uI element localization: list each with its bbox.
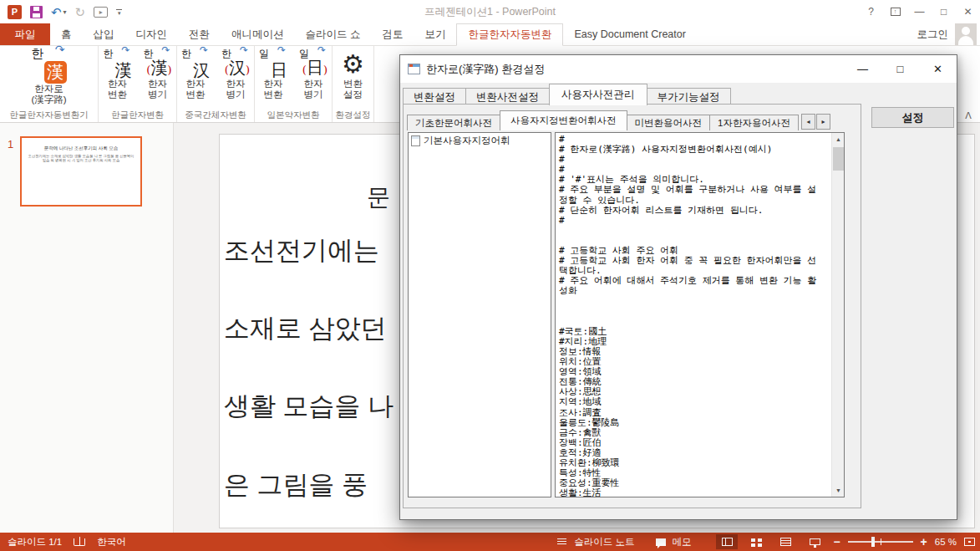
slide-thumbnail[interactable]: 문학에 나타난 조선후기의 사회 모습 조선전기에는 소재로 삼았던 생활 모습… — [20, 136, 142, 207]
language-indicator[interactable]: 한국어 — [97, 536, 126, 548]
japanese-parallel-icon: 일 ↷ 日 — [298, 50, 328, 79]
dictionary-editor[interactable]: # # 한자로(漢字路) 사용자지정변환어휘사전(예시) # # # '#'표시… — [555, 132, 845, 497]
dictionary-editor-text[interactable]: # # 한자로(漢字路) 사용자지정변환어휘사전(예시) # # # '#'표시… — [559, 135, 825, 497]
undo-icon[interactable]: ↶ — [51, 6, 62, 18]
slide-counter[interactable]: 슬라이드 1/1 — [8, 536, 62, 548]
tab-additional-features[interactable]: 부가기능설정 — [647, 88, 731, 105]
dialog-tab-strip: 변환설정 변환사전설정 사용자사전관리 부가기능설정 — [400, 83, 957, 105]
tab-user-dictionary-management[interactable]: 사용자사전관리 — [549, 84, 647, 105]
hanjaro-icon: 한 ↷ 漢 — [30, 50, 69, 84]
maximize-icon[interactable]: □ — [932, 0, 956, 23]
tab-single-char-hanja-dictionary[interactable]: 1자한자용어사전 — [709, 115, 799, 130]
collapse-ribbon-icon[interactable]: ᐱ — [961, 110, 976, 121]
save-icon[interactable] — [30, 6, 43, 18]
account-zone: 로그인 — [917, 23, 980, 45]
tab-design[interactable]: 디자인 — [125, 23, 179, 45]
ribbon-display-options-icon[interactable]: ↑ — [883, 0, 907, 23]
slideshow-icon — [810, 538, 820, 545]
slide-thumbnail-panel: 1 문학에 나타난 조선후기의 사회 모습 조선전기에는 소재로 삼았던 생활 … — [0, 123, 174, 533]
dialog-close-icon[interactable]: ✕ — [919, 55, 957, 83]
tab-review[interactable]: 검토 — [371, 23, 414, 45]
tab-hanja-auto-convert[interactable]: 한글한자자동변환 — [456, 23, 563, 46]
group-label: 한글한자변환 — [99, 110, 176, 121]
slide-number: 1 — [8, 138, 13, 151]
help-icon[interactable]: ? — [859, 0, 883, 23]
thumbnail-body: 조선전기에는 소재로 삼았던 생활 모습을 나 은 그림을 풍 신윤복이 있습 … — [28, 154, 135, 162]
customize-qat-icon[interactable]: ▾ — [116, 9, 122, 15]
dialog-title: 한자로(漢字路) 환경설정 — [426, 62, 545, 77]
comments-button[interactable]: 메모 — [672, 536, 691, 548]
notes-button[interactable]: 슬라이드 노트 — [574, 536, 634, 548]
dictionary-list[interactable]: 기본사용자지정어휘 — [408, 132, 551, 497]
settings-button[interactable]: 설정 — [871, 107, 954, 128]
title-bar: P ↶ ▾ ↻ ▸ ▾ 프레젠테이션1 - PowerPoint ? ↑ — □… — [0, 0, 980, 23]
scroll-down-icon[interactable]: ▼ — [832, 484, 845, 497]
comments-icon[interactable] — [656, 538, 666, 546]
tab-basic-hanmun-dictionary[interactable]: 기초한문어휘사전 — [407, 115, 500, 130]
tab-transitions[interactable]: 전환 — [178, 23, 221, 45]
slide-sorter-view-button[interactable] — [745, 534, 767, 549]
zoom-slider-thumb[interactable] — [871, 537, 875, 547]
group-label: 중국간체자변환 — [177, 110, 254, 121]
tab-conversion-settings[interactable]: 변환설정 — [403, 88, 466, 105]
reading-view-button[interactable] — [774, 534, 796, 549]
tab-animations[interactable]: 애니메이션 — [221, 23, 295, 45]
japanese-convert-icon: 일 ↷ 日 — [258, 50, 288, 79]
dialog-tab-page: 기초한문어휘사전 사용자지정변환어휘사전 미변환용어사전 1자한자용어사전 ◂ … — [403, 104, 861, 508]
editor-scrollbar[interactable]: ▲ ▼ — [831, 133, 844, 497]
reading-view-icon — [780, 538, 791, 546]
login-button[interactable]: 로그인 — [917, 28, 949, 42]
tab-scroll-left-icon[interactable]: ◂ — [801, 114, 815, 130]
dialog-app-icon — [408, 64, 420, 74]
start-slideshow-icon[interactable]: ▸ — [94, 7, 108, 18]
convert-arrow-icon: ↷ — [277, 45, 286, 56]
tab-view[interactable]: 보기 — [414, 23, 456, 45]
notes-icon[interactable] — [557, 538, 566, 545]
minimize-icon[interactable]: — — [907, 0, 932, 23]
ribbon-tab-row: 파일 홈 삽입 디자인 전환 애니메이션 슬라이드 쇼 검토 보기 한글한자자동… — [0, 23, 980, 46]
tab-conversion-dictionary-settings[interactable]: 변환사전설정 — [465, 88, 550, 105]
zoom-out-button[interactable]: − — [833, 536, 840, 548]
close-icon[interactable]: ✕ — [956, 0, 980, 23]
scrollbar-thumb[interactable] — [833, 147, 844, 171]
chinese-parallel-icon: 한 ↷ 汉 — [221, 50, 251, 79]
ribbon-group-auto-converter: 한 ↷ 漢 한자로 (漢字路) 한글한자자동변환기 — [0, 46, 99, 122]
redo-icon[interactable]: ↻ — [75, 6, 86, 18]
slide-body-text[interactable]: 조선전기에는 소재로 삼았던 생활 모습을 나 은 그림을 풍 신윤복이 있습 … — [224, 232, 394, 528]
tab-slideshow[interactable]: 슬라이드 쇼 — [295, 23, 372, 45]
list-item[interactable]: 기본사용자지정어휘 — [411, 135, 548, 147]
chinese-convert-icon: 한 ↷ 汉 — [180, 50, 211, 79]
undo-dropdown-icon[interactable]: ▾ — [63, 8, 67, 16]
undo-button[interactable]: ↶ ▾ — [51, 6, 67, 18]
tab-non-conversion-terms-dictionary[interactable]: 미변환용어사전 — [627, 115, 711, 130]
slide-title-text[interactable]: 문 — [367, 181, 390, 213]
tab-file[interactable]: 파일 — [0, 23, 50, 45]
hanja-parallel-icon: 한 ↷ 漢 — [143, 50, 173, 79]
normal-view-button[interactable] — [716, 534, 738, 549]
quick-access-toolbar: P ↶ ▾ ↻ ▸ ▾ — [0, 5, 122, 19]
fit-to-window-icon[interactable] — [964, 538, 975, 546]
tab-scroll-right-icon[interactable]: ▸ — [816, 114, 830, 130]
tab-user-defined-conversion-dictionary[interactable]: 사용자지정변환어휘사전 — [500, 110, 627, 130]
slideshow-view-button[interactable] — [804, 534, 825, 549]
dialog-maximize-icon[interactable]: □ — [881, 55, 919, 83]
dialog-minimize-icon[interactable]: — — [844, 55, 881, 83]
window-title: 프레젠테이션1 - PowerPoint — [424, 5, 556, 19]
dialog-title-bar[interactable]: 한자로(漢字路) 환경설정 — □ ✕ — [400, 55, 957, 83]
convert-arrow-icon: ↷ — [121, 45, 129, 56]
zoom-slider[interactable] — [848, 541, 913, 543]
tab-easy-document-creator[interactable]: Easy Document Creator — [563, 23, 696, 45]
status-bar: 슬라이드 1/1 한국어 슬라이드 노트 메모 − + 65 % — [0, 533, 980, 551]
ribbon-group-settings: ⚙ 변환 설정 환경설정 — [333, 46, 374, 122]
convert-arrow-icon: ↷ — [55, 44, 65, 55]
spellcheck-icon[interactable] — [74, 538, 85, 546]
dictionary-tab-strip: 기초한문어휘사전 사용자지정변환어휘사전 미변환용어사전 1자한자용어사전 ◂ … — [407, 110, 855, 130]
avatar[interactable] — [955, 23, 977, 45]
ribbon-group-japanese: 일 ↷ 日 한자 변환 일 ↷ 日 한자 병기 일본약 — [255, 46, 333, 122]
zoom-in-button[interactable]: + — [921, 536, 927, 548]
hanjaro-settings-dialog: 한자로(漢字路) 환경설정 — □ ✕ 변환설정 변환사전설정 사용자사전관리 … — [399, 54, 957, 520]
convert-arrow-icon: ↷ — [317, 45, 326, 56]
scroll-up-icon[interactable]: ▲ — [832, 133, 845, 145]
zoom-level[interactable]: 65 % — [935, 537, 957, 547]
tab-insert[interactable]: 삽입 — [83, 23, 125, 45]
